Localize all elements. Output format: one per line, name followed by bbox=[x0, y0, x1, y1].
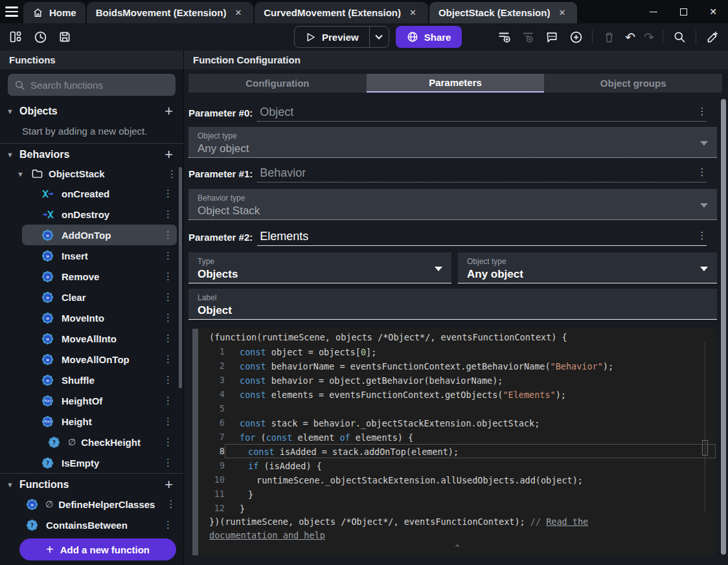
kebab-menu-icon[interactable]: ⋮ bbox=[159, 291, 177, 303]
editor-collapse-caret[interactable]: ^ bbox=[199, 544, 716, 553]
sidebar-scrollbar[interactable] bbox=[179, 167, 182, 388]
code-line-11[interactable]: 11} bbox=[199, 487, 716, 501]
function-item-remove[interactable]: »Remove⋮ bbox=[0, 266, 177, 287]
function-item-isempty[interactable]: ?IsEmpty⋮ bbox=[0, 452, 177, 473]
function-item-checkheight[interactable]: ?∅CheckHeight⋮ bbox=[0, 432, 177, 452]
kebab-menu-icon[interactable]: ⋮ bbox=[159, 353, 177, 365]
editor-scrollbar-left[interactable] bbox=[192, 329, 198, 555]
kebab-menu-icon[interactable]: ⋮ bbox=[696, 166, 709, 178]
add-free-function-button[interactable]: + bbox=[162, 478, 176, 492]
function-item-definehelperclasses[interactable]: »∅DefineHelperClasses⋮ bbox=[0, 494, 177, 515]
add-comment-icon[interactable] bbox=[544, 29, 560, 45]
function-item-height[interactable]: f(x)Height⋮ bbox=[0, 411, 177, 432]
preview-button[interactable]: Preview bbox=[294, 26, 389, 48]
edit-wand-icon[interactable] bbox=[705, 29, 720, 45]
window-tab-boidsmovement[interactable]: BoidsMovement (Extension)✕ bbox=[87, 2, 254, 23]
add-subevent-icon[interactable] bbox=[520, 29, 536, 45]
functions-section-header[interactable]: ▼ Functions + bbox=[0, 476, 183, 494]
code-line-12[interactable]: 12} bbox=[199, 501, 716, 515]
kebab-menu-icon[interactable]: ⋮ bbox=[159, 312, 177, 324]
minimize-button[interactable] bbox=[639, 0, 668, 23]
kebab-menu-icon[interactable]: ⋮ bbox=[162, 498, 179, 510]
kebab-menu-icon[interactable]: ⋮ bbox=[159, 436, 177, 448]
layout-panels-icon[interactable] bbox=[8, 29, 23, 45]
kebab-menu-icon[interactable]: ⋮ bbox=[159, 229, 177, 241]
window-tab-home[interactable]: Home bbox=[23, 2, 85, 23]
kebab-menu-icon[interactable]: ⋮ bbox=[159, 457, 177, 469]
tab-configuration[interactable]: Configuration bbox=[188, 74, 367, 93]
add-behavior-button[interactable]: + bbox=[162, 148, 176, 162]
tab-parameters[interactable]: Parameters bbox=[367, 74, 545, 93]
search-icon[interactable] bbox=[672, 29, 687, 45]
kebab-menu-icon[interactable]: ⋮ bbox=[159, 374, 177, 386]
window-tab-objectstack[interactable]: ObjectStack (Extension)✕ bbox=[429, 2, 577, 23]
kebab-menu-icon[interactable]: ⋮ bbox=[159, 271, 177, 282]
code-line-1[interactable]: 1const object = objects[0]; bbox=[199, 344, 716, 359]
behavior-group-objectstack[interactable]: ▼ ObjectStack ⋮ bbox=[0, 165, 183, 183]
function-item-moveallontop[interactable]: »MoveAllOnTop⋮ bbox=[0, 349, 177, 370]
code-line-6[interactable]: 6const stack = behavior._objectStackExte… bbox=[199, 415, 716, 430]
parameter-0-name-input[interactable]: Object bbox=[257, 105, 707, 122]
close-tab-icon[interactable]: ✕ bbox=[556, 6, 568, 19]
code-line-4[interactable]: 4const elements = eventsFunctionContext.… bbox=[199, 387, 716, 401]
behaviors-section-header[interactable]: ▼ Behaviors + bbox=[0, 146, 183, 164]
parameter-0-object-type-select[interactable]: Object type Any object bbox=[188, 127, 717, 158]
code-line-3[interactable]: 3const behavior = object.getBehavior(beh… bbox=[199, 373, 716, 387]
function-item-containsbetween[interactable]: ?ContainsBetween⋮ bbox=[0, 515, 177, 535]
kebab-menu-icon[interactable]: ⋮ bbox=[159, 333, 177, 344]
maximize-button[interactable] bbox=[668, 0, 698, 23]
function-item-shuffle[interactable]: »Shuffle⋮ bbox=[0, 370, 177, 390]
close-tab-icon[interactable]: ✕ bbox=[232, 6, 244, 19]
add-object-button[interactable]: + bbox=[162, 104, 176, 118]
code-line-9[interactable]: 9if (isAdded) { bbox=[199, 458, 716, 472]
javascript-code-editor[interactable]: (function(runtimeScene, objects /*Object… bbox=[199, 329, 716, 555]
parameter-1-name-input[interactable]: Behavior bbox=[257, 166, 707, 183]
kebab-menu-icon[interactable]: ⋮ bbox=[159, 250, 177, 261]
main-panel-scrollbar[interactable] bbox=[721, 99, 726, 555]
parameter-1-behavior-type-select[interactable]: Behavior type Object Stack bbox=[188, 189, 717, 220]
parameter-2-type-select[interactable]: Type Objects bbox=[188, 252, 451, 283]
window-tab-curvedmovement[interactable]: CurvedMovement (Extension)✕ bbox=[255, 2, 428, 23]
save-icon[interactable] bbox=[57, 29, 73, 45]
parameter-2-name-input[interactable]: Elements bbox=[257, 230, 707, 246]
function-item-addontop[interactable]: »AddOnTop⋮ bbox=[22, 225, 177, 245]
share-button[interactable]: Share bbox=[396, 26, 462, 48]
undo-icon[interactable]: ↶ bbox=[625, 30, 635, 44]
kebab-menu-icon[interactable]: ⋮ bbox=[159, 415, 177, 427]
kebab-menu-icon[interactable]: ⋮ bbox=[159, 188, 177, 199]
collapse-arrow-icon[interactable]: ▼ bbox=[6, 481, 19, 489]
kebab-menu-icon[interactable]: ⋮ bbox=[159, 395, 177, 406]
function-item-clear[interactable]: »Clear⋮ bbox=[0, 287, 177, 307]
history-icon[interactable] bbox=[32, 29, 48, 45]
function-item-moveinto[interactable]: »MoveInto⋮ bbox=[0, 307, 177, 328]
function-item-oncreated[interactable]: onCreated⋮ bbox=[0, 183, 177, 204]
kebab-menu-icon[interactable]: ⋮ bbox=[159, 519, 177, 531]
code-line-7[interactable]: 7for (const element of elements) { bbox=[199, 430, 716, 444]
add-new-function-button[interactable]: + Add a new function bbox=[19, 538, 176, 560]
function-item-heightof[interactable]: f(x)HeightOf⋮ bbox=[0, 390, 177, 411]
objects-section-header[interactable]: ▼ Objects + bbox=[0, 102, 183, 120]
kebab-menu-icon[interactable]: ⋮ bbox=[696, 230, 709, 241]
collapse-arrow-icon[interactable]: ▼ bbox=[6, 107, 19, 115]
kebab-menu-icon[interactable]: ⋮ bbox=[159, 208, 177, 220]
code-line-5[interactable]: 5 bbox=[199, 401, 716, 415]
parameter-2-object-type-select[interactable]: Object type Any object bbox=[458, 252, 717, 283]
function-item-moveallinto[interactable]: »MoveAllInto⋮ bbox=[0, 328, 177, 349]
redo-icon[interactable]: ↷ bbox=[644, 30, 654, 44]
tab-object-groups[interactable]: Object groups bbox=[544, 74, 722, 93]
add-circle-icon[interactable] bbox=[568, 29, 584, 45]
function-item-ondestroy[interactable]: onDestroy⋮ bbox=[0, 204, 177, 225]
search-functions-input[interactable] bbox=[30, 80, 169, 91]
search-functions-box[interactable] bbox=[8, 74, 176, 96]
trash-icon[interactable] bbox=[601, 29, 617, 45]
collapse-arrow-icon[interactable]: ▼ bbox=[6, 151, 19, 159]
code-line-2[interactable]: 2const behaviorName = eventsFunctionCont… bbox=[199, 359, 716, 373]
parameter-2-label-field[interactable]: Label Object bbox=[188, 289, 717, 320]
collapse-arrow-icon[interactable]: ▼ bbox=[17, 170, 26, 178]
function-item-insert[interactable]: »Insert⋮ bbox=[0, 245, 177, 266]
code-line-10[interactable]: 10runtimeScene._objectStackExtension.all… bbox=[199, 472, 716, 487]
close-tab-icon[interactable]: ✕ bbox=[407, 6, 419, 19]
code-line-8[interactable]: 8const isAdded = stack.addOnTop(element)… bbox=[199, 444, 716, 458]
close-button[interactable]: ✕ bbox=[698, 0, 728, 23]
add-event-icon[interactable] bbox=[496, 29, 512, 45]
